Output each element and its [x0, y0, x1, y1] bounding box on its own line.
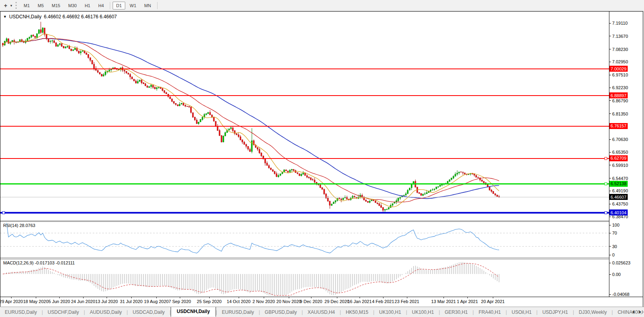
date-tick: [383, 297, 383, 298]
line-handle: [605, 157, 607, 160]
date-tick: [289, 297, 289, 298]
price-tick: 6.92230: [609, 85, 628, 90]
rsi-axis-tick: 0: [609, 252, 615, 258]
toolbar-separator: [110, 2, 110, 9]
rsi-line: [7, 223, 499, 253]
chart-tab-gbpusd-daily[interactable]: GBPUSD,Daily: [260, 308, 302, 316]
macd-axis-tick: 0.00: [609, 272, 621, 277]
price-tick: 6.54470: [609, 176, 628, 181]
rsi-axis-tick: 70: [609, 230, 617, 236]
date-tick: [83, 297, 84, 298]
level-price-badge[interactable]: 6.40104: [609, 209, 628, 215]
date-tick: [467, 297, 468, 298]
timeframe-button-d1[interactable]: D1: [113, 2, 125, 10]
main-price-chart[interactable]: [0, 12, 609, 221]
price-tick: 6.43750: [609, 201, 628, 207]
date-tick: [337, 297, 337, 298]
timeframe-button-m1[interactable]: M1: [20, 2, 33, 10]
tab-scroll-right-icon[interactable]: ►: [638, 310, 642, 314]
date-tick: [36, 297, 36, 298]
date-tick: [107, 297, 107, 298]
chart-tab-audusd-daily[interactable]: AUDUSD,Daily: [85, 308, 127, 316]
chart-tab-bar: EURUSD,Daily|USDCHF,Daily|AUDUSD,Daily|U…: [0, 307, 644, 317]
chart-tab-hk50-m15[interactable]: HK50,M15: [341, 308, 373, 316]
rsi-axis-tick: 100: [609, 222, 619, 228]
chart-symbol-period: USDCNH,Daily: [9, 14, 41, 20]
ma-fast-line: [3, 34, 499, 207]
chart-window: ▼USDCNH,Daily6.46602 6.46692 6.46176 6.4…: [0, 11, 643, 307]
date-tick: [209, 297, 210, 298]
tab-scroll-left-icon[interactable]: ◄: [631, 310, 635, 314]
chart-title: ▼USDCNH,Daily6.46602 6.46692 6.46176 6.4…: [3, 14, 117, 20]
price-tick: 6.70630: [609, 137, 628, 142]
tab-scroll-arrows: ◄►: [631, 310, 642, 314]
timeframe-button-h1[interactable]: H1: [81, 2, 94, 10]
chart-ohlc-values: 6.46602 6.46692 6.46176 6.46607: [44, 14, 117, 20]
timeframe-button-m30[interactable]: M30: [65, 2, 80, 10]
macd-signal-line: [3, 263, 499, 295]
line-handle: [605, 211, 607, 214]
level-price-badge[interactable]: 6.62709: [609, 155, 628, 161]
chart-tab-usdchf-daily[interactable]: USDCHF,Daily: [43, 308, 84, 316]
chart-tab-xauusd-h4[interactable]: XAUUSD,H4: [303, 308, 340, 316]
toolbar-separator: [157, 2, 158, 9]
date-tick: [493, 297, 493, 298]
level-price-badge[interactable]: 6.88897: [609, 92, 628, 98]
chart-tab-usoil-h1[interactable]: USOil,H1: [507, 308, 536, 316]
price-tick: 6.81350: [609, 111, 628, 117]
price-tick: 6.65350: [609, 149, 628, 155]
chart-tab-ger30-h1[interactable]: GER30,H1: [440, 308, 473, 316]
chart-tab-eurusd-daily[interactable]: EURUSD,Daily: [0, 308, 42, 316]
date-tick: [239, 297, 239, 298]
chart-tab-fra40-h1[interactable]: FRA40,H1: [474, 308, 506, 316]
date-tick: [156, 297, 157, 298]
line-handle: [2, 211, 5, 214]
chart-tab-dj30-weekly[interactable]: DJ30,Weekly: [574, 308, 611, 316]
timeframe-button-m5[interactable]: M5: [34, 2, 47, 10]
date-tick: [59, 297, 60, 298]
date-tick: [180, 297, 180, 298]
date-tick: [360, 297, 360, 298]
chart-tab-usdcad-daily[interactable]: USDCAD,Daily: [128, 308, 169, 316]
level-price-badge[interactable]: 7.00029: [609, 66, 628, 72]
timeframe-button-group: M1M5M15M30H1H4D1W1MN: [20, 0, 160, 11]
cursor-tool-dropdown-icon[interactable]: ▾: [10, 4, 12, 8]
current-price-badge: 6.46607: [609, 194, 628, 200]
macd-axis-tick: 0.025623: [609, 260, 630, 266]
date-axis[interactable]: 29 Apr 202018 May 20205 Jun 202024 Jun 2…: [0, 297, 643, 307]
price-tick: 6.97510: [609, 72, 628, 78]
timeframe-button-m15[interactable]: M15: [48, 2, 64, 10]
macd-histogram: [3, 262, 499, 295]
price-tick: 7.13670: [609, 33, 628, 39]
price-axis[interactable]: 7.191107.136707.082307.029506.975106.922…: [609, 12, 643, 297]
cursor-tool-icon[interactable]: +: [1, 2, 10, 10]
date-tick: [311, 297, 311, 298]
chart-tab-uk100-h1[interactable]: UK100,H1: [407, 308, 439, 316]
price-tick: 6.86790: [609, 98, 628, 104]
level-price-badge[interactable]: 6.76157: [609, 123, 628, 129]
timeframe-button-h4[interactable]: H4: [95, 2, 107, 10]
chart-tab-usdjpy-h1[interactable]: USDJPY,H1: [537, 308, 572, 316]
rsi-indicator-pane[interactable]: [0, 222, 609, 258]
top-toolbar: + ▾ M1M5M15M30H1H4D1W1MN: [0, 0, 644, 11]
level-price-badge[interactable]: 6.52138: [609, 181, 628, 187]
date-tick: [407, 297, 407, 298]
date-tick: [11, 297, 12, 298]
mt4-terminal: { "icons": { "cursor_tool": "+", "dropdo…: [0, 0, 644, 317]
chart-tab-uk100-h1[interactable]: UK100,H1: [374, 308, 406, 316]
macd-indicator-pane[interactable]: [0, 259, 609, 297]
rsi-axis-tick: 30: [609, 244, 617, 249]
collapse-chart-icon[interactable]: ▼: [3, 15, 7, 19]
price-tick: 7.19110: [609, 20, 628, 26]
timeframe-button-mn[interactable]: MN: [141, 2, 155, 10]
price-tick: 7.02950: [609, 59, 628, 65]
chart-tab-eurusd-daily[interactable]: EURUSD,Daily: [217, 308, 259, 316]
rsi-indicator-label: RSI(14) 28.0763: [3, 223, 35, 228]
date-label: 20 Apr 2021: [475, 299, 511, 304]
toolbar-grip[interactable]: [16, 2, 17, 9]
macd-indicator-label: MACD(12,26,9) -0.017103 -0.012111: [3, 260, 75, 265]
ma-medium-line: [3, 38, 499, 202]
timeframe-button-w1[interactable]: W1: [126, 2, 140, 10]
chart-tab-usdcnh-daily[interactable]: USDCNH,Daily: [171, 307, 216, 317]
line-handle: [605, 183, 607, 185]
